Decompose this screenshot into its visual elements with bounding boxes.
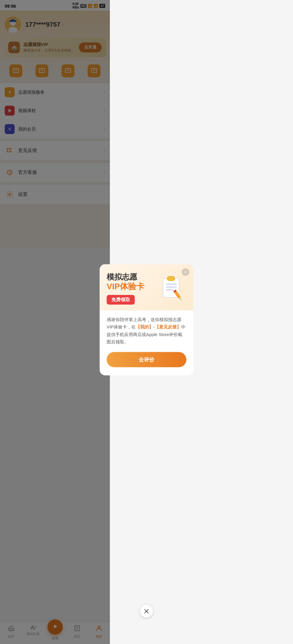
modal-overlay — [0, 0, 110, 248]
